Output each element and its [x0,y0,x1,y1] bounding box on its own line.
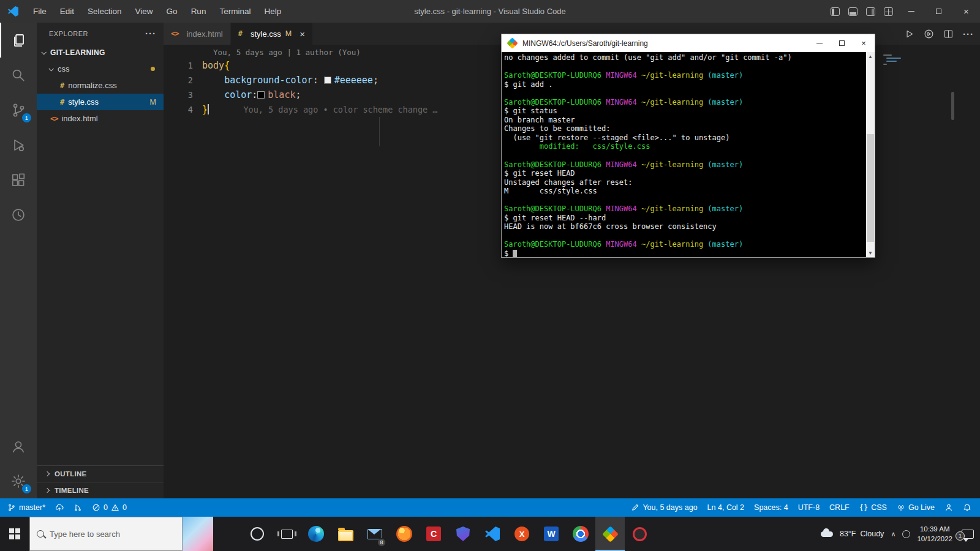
customize-layout-icon[interactable] [884,7,893,16]
terminal-window-controls: × [809,34,875,52]
shield-icon[interactable] [448,517,478,551]
terminal-minimize-button[interactable] [809,34,831,52]
menu-edit[interactable]: Edit [53,0,81,23]
start-button[interactable] [0,517,29,551]
scrollbar-thumb[interactable] [867,134,874,242]
problems-indicator[interactable]: 0 0 [87,498,132,517]
hidden-icons-caret[interactable]: ∧ [891,530,895,538]
taskview-icon[interactable] [272,517,301,551]
editor-scrollbar[interactable] [951,92,954,120]
maximize-button[interactable] [925,0,952,23]
menu-terminal[interactable]: Terminal [213,0,257,23]
project-root[interactable]: GIT-LEARNING [37,44,164,61]
menu-help[interactable]: Help [257,0,288,23]
gitbash-icon[interactable] [595,517,625,551]
word-icon[interactable]: W [537,517,566,551]
blame-status[interactable]: You, 5 days ago [626,503,702,512]
search-icon[interactable] [0,58,37,92]
scroll-down-icon[interactable]: ▼ [866,249,875,257]
toggle-sidebar-icon[interactable] [831,7,840,16]
editor-actions: ··· [904,23,974,45]
cortana-icon[interactable] [243,517,272,551]
more-actions-icon[interactable]: ··· [963,29,974,39]
terminal-maximize-button[interactable] [831,34,853,52]
scroll-up-icon[interactable]: ▲ [866,52,875,61]
minimize-button[interactable] [897,0,925,23]
explorer-icon[interactable] [0,23,37,58]
news-weather-widget[interactable] [183,517,213,551]
color-swatch[interactable] [324,77,331,84]
file-css[interactable]: css [37,61,164,77]
settings-gear-icon[interactable]: 1 [0,463,37,498]
darkred-icon[interactable] [625,517,654,551]
firefox-icon[interactable] [390,517,419,551]
timeline-section[interactable]: TIMELINE [37,482,164,498]
more-actions-icon[interactable]: ··· [145,28,156,39]
language-mode[interactable]: {} CSS [854,503,892,512]
system-tray: 83°F Cloudy ∧ 10:39 AM 10/12/2022 1 [821,517,980,551]
file-label: css [58,64,70,73]
xapp-icon[interactable]: X [507,517,537,551]
gitlens-icon[interactable] [69,498,87,517]
menu-run[interactable]: Run [184,0,213,23]
indentation[interactable]: Spaces: 4 [749,503,793,512]
weather-status[interactable]: 83°F Cloudy [840,530,884,538]
color-swatch[interactable] [257,91,265,99]
file-normalize.css[interactable]: #normalize.css [37,77,164,94]
tab-style-css[interactable]: # style.css M × [231,23,313,45]
outline-section[interactable]: OUTLINE [37,465,164,482]
notifications-bell-icon[interactable] [958,503,976,512]
eol-selector[interactable]: CRLF [824,503,854,512]
file-index.html[interactable]: <>index.html [37,110,164,127]
terminal-line: M css/style.css [504,187,866,196]
run-debug-icon[interactable] [0,127,37,162]
history-icon[interactable] [0,197,37,232]
menu-file[interactable]: File [26,0,53,23]
explorer-sidebar: EXPLORER ··· GIT-LEARNINGcss#normalize.c… [37,23,164,498]
titlebar: FileEditSelectionViewGoRunTerminalHelp s… [0,0,980,23]
taskbar-search[interactable]: Type here to search [29,517,183,551]
close-button[interactable]: × [952,0,980,23]
tray-icon[interactable] [902,530,910,538]
menu-view[interactable]: View [129,0,160,23]
terminal-line: $ git add . [504,80,866,89]
feedback-icon[interactable] [940,503,958,512]
split-editor-icon[interactable] [943,29,954,39]
extensions-icon[interactable] [0,162,37,197]
menu-go[interactable]: Go [160,0,184,23]
vscode-icon[interactable] [478,517,507,551]
action-center[interactable]: 1 [962,530,974,539]
line-number: 3 [164,88,202,102]
branch-indicator[interactable]: master* [2,498,50,517]
publish-sync-icon[interactable] [50,498,69,517]
terminal-close-button[interactable]: × [853,34,875,52]
terminal-output[interactable]: no changes added to commit (use "git add… [502,52,866,257]
menu-selection[interactable]: Selection [81,0,129,23]
clock[interactable]: 10:39 AM 10/12/2022 [917,524,952,544]
cursor-position[interactable]: Ln 4, Col 2 [703,503,749,512]
minimap[interactable] [883,53,899,67]
encoding[interactable]: UTF-8 [793,503,824,512]
tab-index-html[interactable]: <> index.html [164,23,231,45]
chrome-icon[interactable] [566,517,595,551]
git-bash-window: MINGW64:/c/Users/Saroth/git-learning × n… [501,34,875,258]
toggle-secondary-sidebar-icon[interactable] [866,7,875,16]
warning-icon [111,503,119,512]
capp-icon[interactable]: C [419,517,448,551]
run-icon[interactable] [904,29,914,39]
close-tab-icon[interactable]: × [300,29,305,39]
source-control-icon[interactable]: 1 [0,92,37,127]
terminal-title: MINGW64:/c/Users/Saroth/git-learning [522,39,648,48]
terminal-scrollbar[interactable]: ▲ ▼ [866,52,875,257]
file-style.css[interactable]: #style.cssM [37,94,164,110]
terminal-cursor [513,250,517,257]
go-live-button[interactable]: Go Live [892,503,940,512]
terminal-titlebar[interactable]: MINGW64:/c/Users/Saroth/git-learning × [502,34,875,52]
search-placeholder: Type here to search [50,530,120,539]
account-icon[interactable] [0,429,37,463]
mail-icon[interactable]: 8 [360,517,390,551]
explorer-icon[interactable] [331,517,360,551]
edge-icon[interactable] [301,517,331,551]
run-preview-icon[interactable] [924,29,934,39]
toggle-panel-icon[interactable] [848,7,858,16]
